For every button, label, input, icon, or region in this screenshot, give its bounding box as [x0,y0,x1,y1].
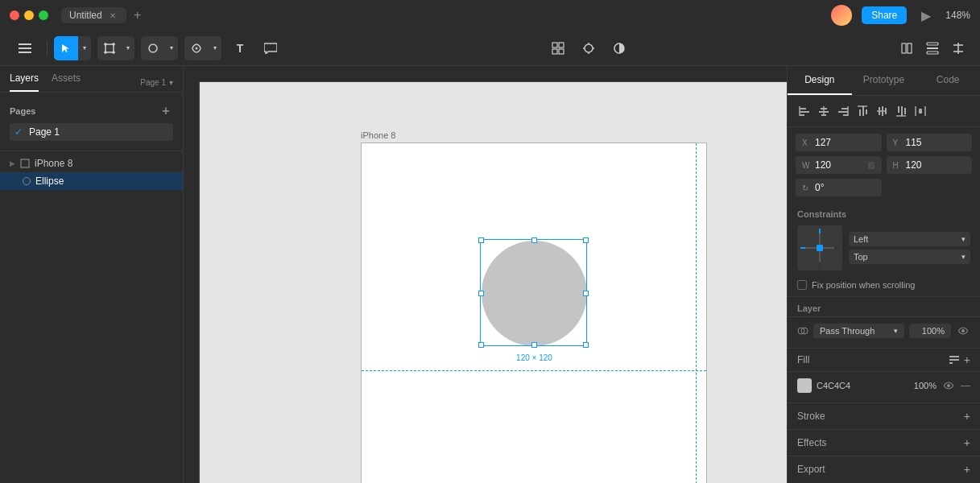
svg-rect-22 [927,43,938,45]
handle-middle-right[interactable] [583,291,589,296]
frame-tool-group: ▾ [97,36,134,60]
close-button[interactable] [10,10,19,20]
fill-color-swatch[interactable] [797,378,812,393]
shape-tool-chevron[interactable]: ▾ [165,36,178,60]
handle-top-center[interactable] [531,237,537,243]
svg-rect-23 [927,47,938,49]
export-add-button[interactable]: + [964,463,970,476]
ellipse-wrapper[interactable]: 120 × 120 [480,239,589,348]
constraint-cross [817,245,823,251]
layer-iphone8[interactable]: ▶ iPhone 8 [0,155,183,172]
svg-rect-41 [859,109,861,116]
align-bottom-button[interactable] [892,102,910,120]
canvas-area[interactable]: iPhone 8 [184,66,787,483]
prototype-tab[interactable]: Prototype [852,66,916,95]
ellipse-selection: 120 × 120 [480,239,589,348]
pen-tool-button[interactable] [184,36,209,60]
svg-rect-37 [841,108,848,109]
rotation-field[interactable]: ↻ 0° [796,179,882,196]
fill-expand-button[interactable] [949,353,959,366]
new-tab-button[interactable]: + [130,7,146,23]
pages-section: Pages + ✓ Page 1 [0,93,183,147]
right-panel: Design Prototype Code [787,66,980,483]
fix-position-row: Fix position when scrolling [788,277,980,296]
blend-mode-select[interactable]: Pass Through ▾ [813,324,904,338]
effects-add-button[interactable]: + [964,436,970,449]
shape-tool-button[interactable] [141,36,165,60]
blend-mode-icon [797,325,808,336]
fill-add-button[interactable]: + [964,353,970,366]
center-toolbar [286,36,891,60]
fill-remove-button[interactable]: — [961,380,970,391]
move-tool-button[interactable] [54,36,78,60]
align-center-v-button[interactable] [873,102,891,120]
fill-visibility-button[interactable] [941,378,956,393]
wh-link-icon[interactable]: ⛓ [867,161,875,170]
align-top-button[interactable] [854,102,871,120]
text-tool-button[interactable]: T [228,36,252,60]
layers-tab[interactable]: Layers [10,72,39,92]
design-tab[interactable]: Design [788,66,852,95]
ruler-vertical [184,82,200,483]
right-tool-2[interactable] [920,36,945,60]
opacity-field[interactable]: 100% [909,324,951,338]
handle-top-left[interactable] [478,237,484,243]
tab-title: Untitled [69,10,102,21]
svg-rect-50 [901,106,903,116]
tab-close-button[interactable]: ✕ [107,10,118,21]
code-tab[interactable]: Code [916,66,980,95]
align-center-h-button[interactable] [815,102,833,120]
frame-tool-button[interactable] [97,36,122,60]
fix-position-checkbox[interactable] [797,280,807,290]
constraint-dash-top [819,229,821,233]
y-field[interactable]: Y 115 [887,134,973,151]
align-right-button[interactable] [834,102,852,120]
add-page-button[interactable]: + [159,104,173,118]
traffic-lights [10,10,48,20]
svg-rect-3 [105,44,114,52]
layout-grid-button[interactable] [546,36,570,60]
frame-tool-chevron[interactable]: ▾ [122,36,134,60]
position-size-grid: X 127 Y 115 W 120 ⛓ H 120 ↻ 0° [788,127,980,203]
svg-rect-20 [902,43,906,53]
align-left-button[interactable] [796,102,813,120]
assets-tab[interactable]: Assets [52,72,81,92]
share-button[interactable]: Share [862,6,907,24]
svg-point-13 [196,47,198,49]
layer-ellipse[interactable]: Ellipse [0,172,183,190]
active-tab[interactable]: Untitled ✕ [61,7,126,23]
handle-bottom-right[interactable] [583,342,589,348]
page-item-1[interactable]: ✓ Page 1 [10,123,173,141]
distribute-h-button[interactable] [912,102,929,120]
handle-top-right[interactable] [583,237,589,243]
menu-button[interactable] [13,36,37,60]
h-field[interactable]: H 120 [887,156,973,174]
right-toolbar [895,36,970,60]
x-field[interactable]: X 127 [796,134,882,151]
plugin-button[interactable] [577,36,601,60]
w-field[interactable]: W 120 ⛓ [796,156,882,174]
handle-middle-left[interactable] [478,291,484,296]
pen-tool-chevron[interactable]: ▾ [209,36,221,60]
right-tool-3[interactable] [946,36,970,60]
stroke-add-button[interactable]: + [964,410,970,423]
right-tool-1[interactable] [895,36,919,60]
page-selector[interactable]: Page 1 ▾ [140,78,173,87]
horizontal-constraint-select[interactable]: Left ▾ [849,232,970,246]
comment-tool-button[interactable] [258,36,283,60]
contrast-button[interactable] [607,36,631,60]
handle-bottom-left[interactable] [478,342,484,348]
layer-visibility-button[interactable] [956,324,970,338]
shape-tool-group: ▾ [141,36,178,60]
maximize-button[interactable] [39,10,48,20]
constraint-dash-right [834,247,839,249]
canvas-content: iPhone 8 [200,82,787,483]
move-tool-chevron[interactable]: ▾ [78,36,91,60]
play-button[interactable]: ▶ [916,6,936,25]
vertical-constraint-select[interactable]: Top ▾ [849,250,970,264]
handle-bottom-center[interactable] [531,342,537,348]
export-section: Export + [788,456,980,482]
avatar [831,5,852,26]
layer-section-label: Layer [788,296,980,316]
minimize-button[interactable] [24,10,34,20]
